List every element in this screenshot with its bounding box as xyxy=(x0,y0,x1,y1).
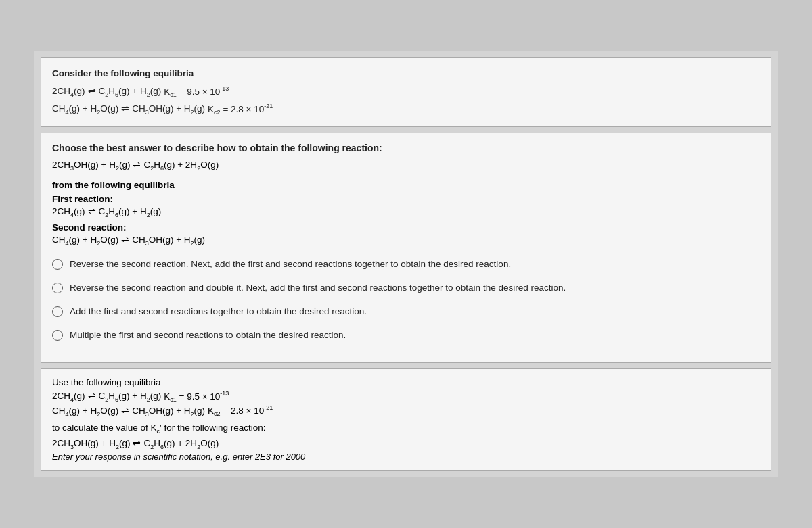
bottom-eq2-left: CH4(g) + H2O(g) xyxy=(52,406,118,418)
option4-item: Multiple the first and second reactions … xyxy=(52,329,760,342)
eq2-arrow: ⇌ xyxy=(121,101,129,117)
target-reaction: 2CH3OH(g) + H2(g) ⇌ C2H6(g) + 2H2O(g) xyxy=(52,159,760,172)
final-left: 2CH3OH(g) + H2(g) xyxy=(52,438,130,450)
bottom-eq1-arrow: ⇌ xyxy=(88,390,96,401)
bottom-eq2-arrow: ⇌ xyxy=(121,405,129,416)
header-content: Consider the following equilibria 2CH4(g… xyxy=(52,66,760,118)
bottom-eq1-left: 2CH4(g) xyxy=(52,391,85,403)
page-container: Consider the following equilibria 2CH4(g… xyxy=(34,51,778,477)
eq2-k: Kc2 = 2.8 × 10-21 xyxy=(208,101,273,118)
option4-radio[interactable] xyxy=(52,330,63,341)
header-card: Consider the following equilibria 2CH4(g… xyxy=(41,57,771,127)
second-reaction: CH4(g) + H2O(g) ⇌ CH3OH(g) + H2(g) xyxy=(52,234,760,247)
first-reaction-label: First reaction: xyxy=(52,194,760,204)
second-right: CH3OH(g) + H2(g) xyxy=(132,235,205,247)
second-left: CH4(g) + H2O(g) xyxy=(52,235,118,247)
bottom-eq1-k: Kc1 = 9.5 × 10-13 xyxy=(164,390,229,403)
options-container: Reverse the second reaction. Next, add t… xyxy=(52,258,760,342)
final-arrow: ⇌ xyxy=(133,437,141,448)
from-text: from the following equilibria xyxy=(52,180,760,190)
second-arrow: ⇌ xyxy=(121,234,129,245)
option3-text: Add the first and second reactions toget… xyxy=(70,306,367,318)
question-prompt: Choose the best answer to describe how t… xyxy=(52,143,760,153)
bottom-eq2-right: CH3OH(g) + H2(g) xyxy=(132,406,205,418)
option3-item: Add the first and second reactions toget… xyxy=(52,306,760,318)
eq2-right: CH3OH(g) + H2(g) xyxy=(132,101,205,118)
option1-item: Reverse the second reaction. Next, add t… xyxy=(52,258,760,271)
instruction-text: Enter your response in scientific notati… xyxy=(52,452,760,462)
target-left: 2CH3OH(g) + H2(g) xyxy=(52,160,130,172)
first-right: C2H6(g) + H2(g) xyxy=(99,206,162,218)
bottom-intro: Use the following equilibria xyxy=(52,377,760,387)
final-right: C2H6(g) + 2H2O(g) xyxy=(143,438,219,450)
option4-text: Multiple the first and second reactions … xyxy=(70,329,346,342)
eq1-k: Kc1 = 9.5 × 10-13 xyxy=(164,84,229,100)
header-eq1: 2CH4(g) ⇌ C2H6(g) + H2(g) Kc1 = 9.5 × 10… xyxy=(52,83,760,100)
eq2-left: CH4(g) + H2O(g) xyxy=(52,101,118,118)
bottom-eq2: CH4(g) + H2O(g) ⇌ CH3OH(g) + H2(g) Kc2 =… xyxy=(52,404,760,417)
question-section: Choose the best answer to describe how t… xyxy=(41,133,771,363)
option2-item: Reverse the second reaction and double i… xyxy=(52,282,760,295)
header-eq2: CH4(g) + H2O(g) ⇌ CH3OH(g) + H2(g) Kc2 =… xyxy=(52,101,760,118)
eq1-right: C2H6(g) + H2(g) xyxy=(99,84,162,100)
header-title: Consider the following equilibria xyxy=(52,66,760,82)
eq1-arrow: ⇌ xyxy=(88,83,96,99)
bottom-eq2-k: Kc2 = 2.8 × 10-21 xyxy=(208,404,273,417)
option2-radio[interactable] xyxy=(52,283,63,293)
calc-text: to calculate the value of Kc' for the fo… xyxy=(52,423,760,435)
option1-radio[interactable] xyxy=(52,259,63,270)
option2-text: Reverse the second reaction and double i… xyxy=(70,282,566,295)
second-reaction-label: Second reaction: xyxy=(52,222,760,233)
option1-text: Reverse the second reaction. Next, add t… xyxy=(70,258,511,271)
bottom-section: Use the following equilibria 2CH4(g) ⇌ C… xyxy=(41,368,771,471)
bottom-eq1-right: C2H6(g) + H2(g) xyxy=(99,391,162,403)
target-right: C2H6(g) + 2H2O(g) xyxy=(143,160,219,172)
first-left: 2CH4(g) xyxy=(52,206,85,218)
bottom-eq1: 2CH4(g) ⇌ C2H6(g) + H2(g) Kc1 = 9.5 × 10… xyxy=(52,390,760,403)
eq1-left: 2CH4(g) xyxy=(52,84,85,100)
first-reaction: 2CH4(g) ⇌ C2H6(g) + H2(g) xyxy=(52,206,760,218)
first-arrow: ⇌ xyxy=(88,206,96,216)
target-arrow: ⇌ xyxy=(133,159,141,170)
option3-radio[interactable] xyxy=(52,306,63,317)
bottom-final-reaction: 2CH3OH(g) + H2(g) ⇌ C2H6(g) + 2H2O(g) xyxy=(52,437,760,450)
